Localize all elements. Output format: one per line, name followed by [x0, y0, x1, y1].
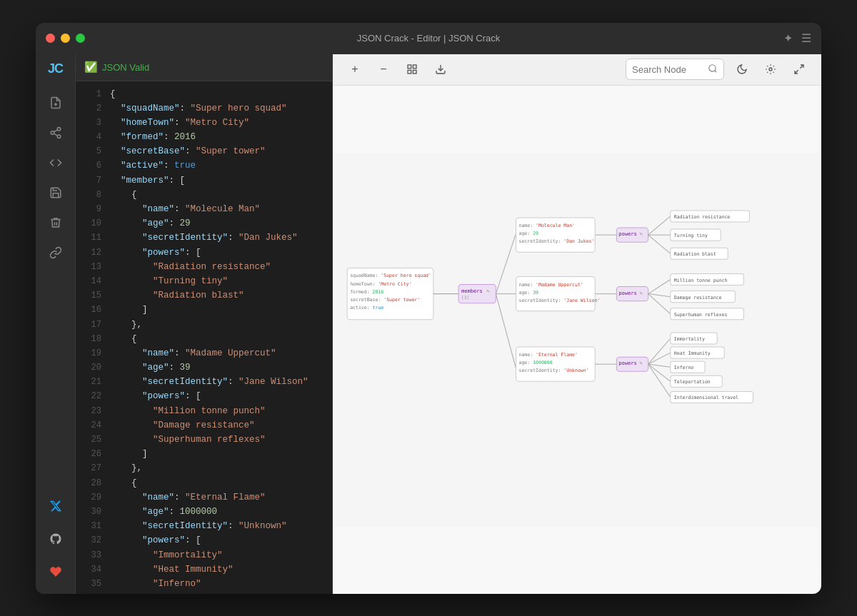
svg-text:name: 'Eternal Flame': name: 'Eternal Flame': [519, 352, 578, 358]
svg-text:age: 1000000: age: 1000000: [519, 360, 553, 365]
svg-text:✎: ✎: [486, 287, 489, 293]
settings-button[interactable]: [760, 59, 781, 80]
svg-text:secretIdentity: 'Dan Jukes': secretIdentity: 'Dan Jukes': [519, 238, 595, 244]
title-bar: JSON Crack - Editor | JSON Crack ✦ ☰: [36, 23, 821, 54]
svg-text:Radiation blast: Radiation blast: [674, 251, 716, 257]
svg-rect-9: [408, 70, 411, 74]
svg-text:✎: ✎: [640, 360, 643, 366]
valid-label: JSON Valid: [102, 62, 149, 73]
zoom-in-button[interactable]: +: [344, 59, 366, 80]
svg-line-13: [715, 70, 717, 72]
svg-text:members: members: [461, 287, 483, 293]
svg-text:powers: powers: [618, 231, 636, 237]
sidebar-bottom: [43, 491, 69, 587]
svg-text:name: 'Madame Uppercut': name: 'Madame Uppercut': [519, 281, 583, 287]
window-title: JSON Crack - Editor | JSON Crack: [357, 33, 501, 44]
svg-text:homeTown: 'Metro City': homeTown: 'Metro City': [350, 281, 411, 286]
graph-toolbar: + −: [333, 54, 821, 86]
svg-text:secretBase: 'Super tower': secretBase: 'Super tower': [350, 296, 420, 302]
svg-line-16: [795, 70, 798, 74]
svg-text:Interdimensional travel: Interdimensional travel: [674, 395, 738, 400]
fit-button[interactable]: [401, 59, 423, 80]
svg-text:[3]: [3]: [461, 294, 469, 299]
svg-text:powers: powers: [618, 360, 636, 366]
traffic-lights: [46, 34, 85, 43]
svg-text:Million tonne punch: Million tonne punch: [674, 277, 728, 283]
svg-text:Superhuman reflexes: Superhuman reflexes: [674, 311, 728, 317]
sidebar-heart[interactable]: [43, 559, 69, 585]
editor-section: ✅ JSON Valid 1{2 "squadName": "Super her…: [76, 54, 333, 594]
svg-rect-10: [413, 70, 416, 74]
search-icon[interactable]: [708, 64, 718, 76]
svg-text:Inferno: Inferno: [674, 365, 694, 370]
svg-text:Teleportation: Teleportation: [674, 379, 711, 385]
sidebar-share[interactable]: [43, 120, 69, 146]
download-button[interactable]: [430, 59, 451, 80]
svg-text:age: 29: age: 29: [519, 231, 539, 236]
zoom-out-button[interactable]: −: [373, 59, 394, 80]
svg-point-4: [57, 135, 61, 138]
svg-point-14: [769, 68, 772, 71]
svg-text:Radiation resistance: Radiation resistance: [674, 214, 731, 220]
svg-point-2: [57, 127, 61, 131]
close-button[interactable]: [46, 34, 55, 43]
minimize-button[interactable]: [61, 34, 70, 43]
svg-text:Immortality: Immortality: [674, 336, 705, 342]
menu-icon[interactable]: ☰: [801, 31, 811, 45]
svg-text:secretIdentity: 'Jane Wilson': secretIdentity: 'Jane Wilson': [519, 297, 601, 303]
sidebar-delete[interactable]: [43, 210, 69, 236]
svg-rect-7: [408, 65, 411, 69]
svg-text:age: 39: age: 39: [519, 289, 539, 295]
svg-text:formed: 2016: formed: 2016: [350, 288, 384, 294]
svg-line-15: [800, 65, 803, 69]
svg-text:✎: ✎: [640, 289, 643, 296]
svg-text:name: 'Molecule Man': name: 'Molecule Man': [519, 223, 575, 228]
code-editor[interactable]: 1{2 "squadName": "Super hero squad"3 "ho…: [76, 81, 332, 594]
svg-point-3: [51, 131, 54, 134]
maximize-button[interactable]: [76, 34, 85, 43]
sidebar: JC: [36, 54, 76, 594]
sidebar-github[interactable]: [43, 526, 69, 552]
search-container: [626, 59, 724, 80]
svg-text:secretIdentity: 'Unknown': secretIdentity: 'Unknown': [519, 368, 589, 373]
svg-line-6: [54, 129, 57, 131]
valid-icon: ✅: [84, 61, 98, 74]
app-window: JSON Crack - Editor | JSON Crack ✦ ☰ JC: [36, 23, 821, 594]
svg-text:squadName: 'Super hero squad': squadName: 'Super hero squad': [350, 273, 431, 278]
sidebar-twitter[interactable]: [43, 493, 69, 519]
svg-rect-8: [413, 65, 416, 69]
graph-canvas[interactable]: squadName: 'Super hero squad' homeTown: …: [333, 86, 821, 594]
extensions-icon[interactable]: ✦: [783, 31, 793, 45]
search-input[interactable]: [632, 64, 703, 75]
svg-text:Damage resistance: Damage resistance: [674, 294, 722, 300]
fullscreen-button[interactable]: [788, 59, 810, 80]
title-bar-right: ✦ ☰: [783, 31, 811, 45]
svg-text:Heat Immunity: Heat Immunity: [674, 350, 711, 356]
main-layout: JC: [36, 54, 821, 594]
theme-toggle-button[interactable]: [731, 59, 753, 80]
graph-section: + −: [333, 54, 821, 594]
graph-svg: squadName: 'Super hero squad' homeTown: …: [333, 86, 821, 594]
sidebar-save[interactable]: [43, 180, 69, 206]
svg-text:active: true: active: true: [350, 304, 384, 310]
svg-text:powers: powers: [618, 289, 636, 296]
sidebar-link[interactable]: [43, 240, 69, 266]
sidebar-new-file[interactable]: [43, 90, 69, 116]
svg-point-12: [709, 64, 716, 71]
svg-text:✎: ✎: [640, 231, 643, 237]
svg-line-5: [54, 133, 57, 136]
logo: JC: [48, 61, 63, 76]
valid-badge: ✅ JSON Valid: [84, 61, 149, 74]
svg-rect-17: [333, 153, 821, 526]
sidebar-format[interactable]: [43, 150, 69, 176]
editor-toolbar: ✅ JSON Valid: [76, 54, 332, 81]
svg-text:Turning tiny: Turning tiny: [674, 233, 708, 238]
